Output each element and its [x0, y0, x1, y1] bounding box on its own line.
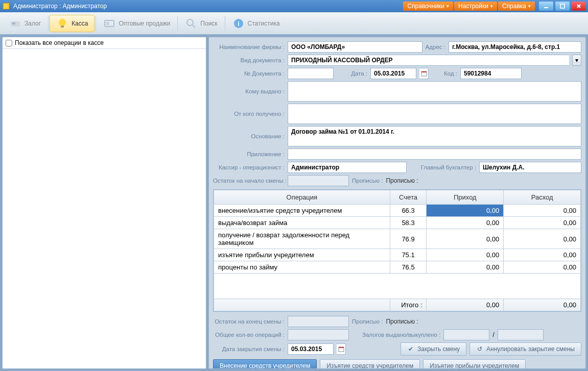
tab-statistics[interactable]: i Статистика — [226, 15, 286, 32]
withdraw-button[interactable]: Изъятие средств учредителем — [320, 359, 420, 369]
field-pawns-out — [443, 329, 489, 340]
total-spacer — [214, 299, 390, 311]
field-cashier[interactable]: Администратор — [288, 162, 407, 173]
show-all-checkbox[interactable] — [6, 40, 12, 46]
label-total-ops: Общее кол-во операций : — [213, 332, 285, 338]
cell-operation[interactable]: изъятие прибыли учредителем — [214, 249, 390, 261]
calendar-icon — [338, 346, 344, 352]
pawn-icon — [9, 17, 21, 30]
table-row[interactable]: получение / возврат задолженности перед … — [214, 229, 581, 249]
svg-text:i: i — [238, 20, 239, 28]
cell-account[interactable]: 58.3 — [390, 217, 427, 229]
doctype-dropdown-button[interactable]: ▾ — [572, 55, 581, 66]
cell-income[interactable]: 0,00 — [427, 205, 504, 217]
cell-account[interactable]: 66.3 — [390, 205, 427, 217]
main-toolbar: Залог Касса Оптовые продажи Поиск i Стат… — [0, 12, 588, 35]
grid-empty-area — [214, 274, 581, 299]
col-income[interactable]: Приход — [427, 190, 504, 205]
document-form: Наименование фирмы : ООО «ЛОМБАРД» Адрес… — [208, 37, 586, 369]
app-icon — [2, 2, 10, 10]
cell-operation[interactable]: проценты по займу — [214, 261, 390, 274]
table-row[interactable]: изъятие прибыли учредителем75.10,000,00 — [214, 249, 581, 261]
cell-expense[interactable]: 0,00 — [504, 205, 581, 217]
field-appendix[interactable] — [288, 149, 581, 160]
menu-help[interactable]: Справка — [498, 2, 535, 11]
field-basis[interactable]: Договор займа №1 от 01.01.2014 г. — [288, 126, 581, 146]
close-date-picker-button[interactable] — [337, 343, 346, 355]
close-button[interactable] — [572, 2, 586, 11]
field-total-ops — [288, 329, 349, 340]
profit-withdraw-button[interactable]: Изъятие прибыли учредителем — [423, 359, 526, 369]
cell-expense[interactable]: 0,00 — [504, 217, 581, 229]
field-doctype[interactable]: ПРИХОДНЫЙ КАССОВЫЙ ОРДЕР — [288, 55, 569, 66]
field-start-balance — [288, 175, 349, 186]
svg-rect-0 — [3, 3, 9, 9]
label-date: Дата : — [337, 70, 367, 77]
col-expense[interactable]: Расход — [504, 190, 581, 205]
col-accounts[interactable]: Счета — [390, 190, 427, 205]
cell-operation[interactable]: внесение/изъятие средств учредителем — [214, 205, 390, 217]
in-words-value: Прописью : — [386, 177, 418, 184]
cell-account[interactable]: 76.5 — [390, 261, 427, 274]
svg-line-10 — [193, 25, 195, 28]
field-pawns-back — [498, 329, 544, 340]
tab-wholesale[interactable]: Оптовые продажи — [97, 15, 176, 32]
cell-account[interactable]: 76.9 — [390, 229, 427, 249]
cell-income[interactable]: 0,00 — [427, 229, 504, 249]
total-expense: 0,00 — [504, 299, 581, 311]
label-docnum: № Документа : — [213, 70, 285, 77]
label-close-date: Дата закрытия смены : — [213, 346, 285, 352]
cell-operation[interactable]: получение / возврат задолженности перед … — [214, 229, 390, 249]
label-cashier: Кассир - операционист : — [213, 164, 285, 170]
maximize-button[interactable] — [555, 2, 570, 11]
label-firm: Наименование фирмы : — [213, 44, 285, 50]
svg-rect-2 — [560, 4, 565, 8]
field-firm[interactable]: ООО «ЛОМБАРД» — [288, 41, 422, 53]
calendar-icon — [421, 70, 427, 77]
total-income: 0,00 — [427, 299, 504, 311]
cell-expense[interactable]: 0,00 — [504, 261, 581, 274]
menu-directories[interactable]: Справочники — [403, 2, 453, 11]
table-row[interactable]: проценты по займу76.50,000,00 — [214, 261, 581, 274]
field-chief-acc[interactable]: Шелухин Д.А. — [479, 162, 581, 173]
cell-income[interactable]: 0,00 — [427, 261, 504, 274]
label-address: Адрес : — [426, 44, 445, 50]
col-operation[interactable]: Операция — [214, 190, 390, 205]
tab-zalog[interactable]: Залог — [3, 15, 47, 32]
cell-operation[interactable]: выдача/возврат займа — [214, 217, 390, 229]
svg-rect-14 — [421, 71, 427, 72]
label-pawns: Залогов выдано/выкуплено : — [362, 332, 440, 338]
close-shift-button[interactable]: ✔ Закрыть смену — [401, 342, 466, 356]
deposit-button[interactable]: Внесение средств учредителем — [213, 359, 317, 369]
date-picker-button[interactable] — [419, 68, 429, 79]
table-row[interactable]: выдача/возврат займа58.30,000,00 — [214, 217, 581, 229]
window-title: Администратор : Администратор — [13, 3, 403, 10]
field-code[interactable] — [460, 68, 522, 79]
field-docnum[interactable] — [288, 68, 334, 79]
table-row[interactable]: внесение/изъятие средств учредителем66.3… — [214, 205, 581, 217]
pawn-slash: / — [492, 331, 494, 338]
search-icon — [185, 17, 197, 30]
field-close-date[interactable] — [288, 343, 334, 355]
cell-income[interactable]: 0,00 — [427, 249, 504, 261]
label-in-words: Прописью : — [352, 178, 383, 184]
cell-account[interactable]: 75.1 — [390, 249, 427, 261]
field-to-whom[interactable] — [288, 81, 581, 102]
field-address[interactable]: г.Москва, ул.Маросейка, д.6-8, стр.1 — [449, 41, 581, 53]
cell-income[interactable]: 0,00 — [427, 217, 504, 229]
info-icon: i — [232, 17, 245, 30]
cancel-close-shift-button[interactable]: ↺ Аннулировать закрытие смены — [469, 342, 581, 356]
svg-point-5 — [59, 19, 66, 26]
cell-expense[interactable]: 0,00 — [504, 249, 581, 261]
menu-settings[interactable]: Настройки — [454, 2, 497, 11]
field-from-whom[interactable] — [288, 104, 581, 124]
tab-kassa[interactable]: Касса — [50, 15, 95, 32]
label-end-balance: Остаток на конец смены : — [213, 318, 285, 325]
svg-point-9 — [187, 19, 193, 26]
field-date[interactable] — [370, 68, 416, 79]
label-basis: Основание : — [213, 133, 285, 139]
minimize-button[interactable] — [539, 2, 553, 11]
tab-search[interactable]: Поиск — [179, 15, 223, 32]
titlebar: Администратор : Администратор Справочник… — [0, 0, 588, 12]
cell-expense[interactable]: 0,00 — [504, 229, 581, 249]
